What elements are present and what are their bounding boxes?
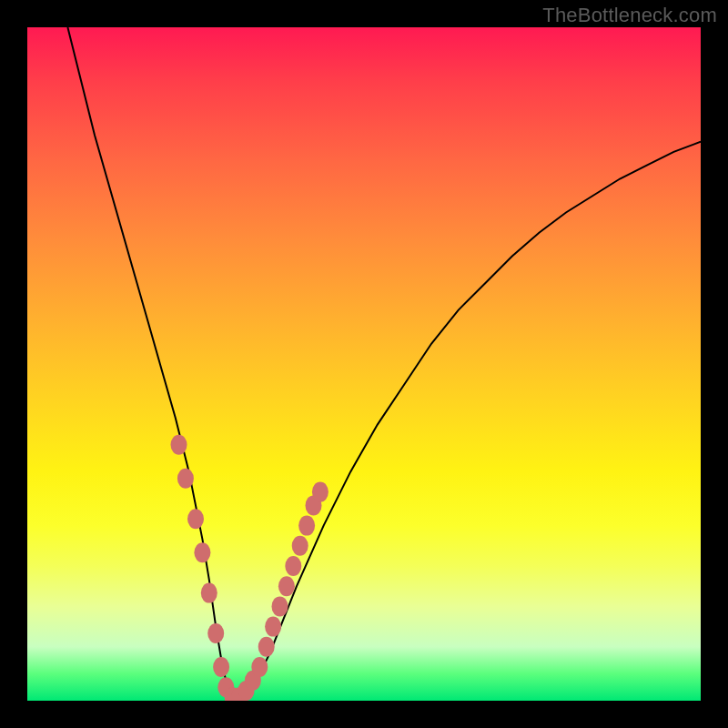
curve-marker <box>194 542 210 562</box>
curve-marker <box>292 536 308 556</box>
curve-marker <box>285 556 301 576</box>
curve-marker <box>272 596 288 616</box>
curve-marker <box>298 516 315 536</box>
curve-marker <box>171 435 187 455</box>
curve-marker <box>187 509 204 529</box>
curve-marker <box>278 576 295 596</box>
curve-marker <box>251 657 268 677</box>
watermark-text: TheBottleneck.com <box>542 4 717 27</box>
curve-marker <box>265 617 281 637</box>
curve-marker <box>201 583 217 603</box>
curve-layer <box>27 27 701 701</box>
curve-marker <box>213 657 229 677</box>
bottleneck-curve <box>67 27 701 701</box>
curve-marker <box>207 623 224 643</box>
curve-marker <box>312 482 329 502</box>
chart-frame: TheBottleneck.com <box>0 0 728 728</box>
curve-marker <box>177 469 194 489</box>
plot-area <box>27 27 701 701</box>
curve-marker <box>258 637 275 657</box>
